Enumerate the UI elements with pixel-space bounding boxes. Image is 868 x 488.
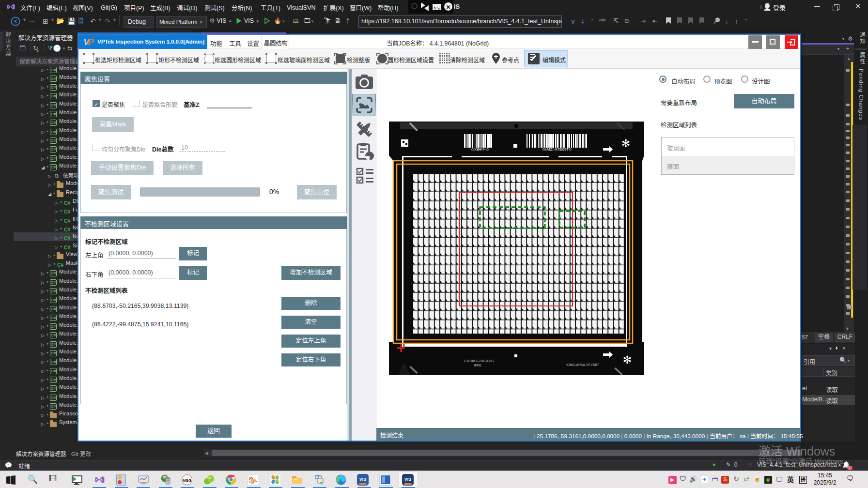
svg-text:◇XϴK4-◇: ◇XϴK4-◇: [471, 147, 489, 152]
svg-text:ЮЖЗ-АЯБА-ЯГУВВТ: ЮЖЗ-АЯБА-ЯГУВВТ: [566, 363, 599, 366]
svg-text:✻: ✻: [621, 137, 630, 150]
svg-text:ЖPЕ: ЖPЕ: [474, 364, 481, 367]
svg-text:◇IAIZI-A7E09T◇: ◇IAIZI-A7E09T◇: [542, 147, 573, 152]
svg-text:GB+ЖГС-ЛЖ-808S: GB+ЖГС-ЛЖ-808S: [464, 359, 494, 363]
svg-text:✻: ✻: [623, 354, 632, 366]
